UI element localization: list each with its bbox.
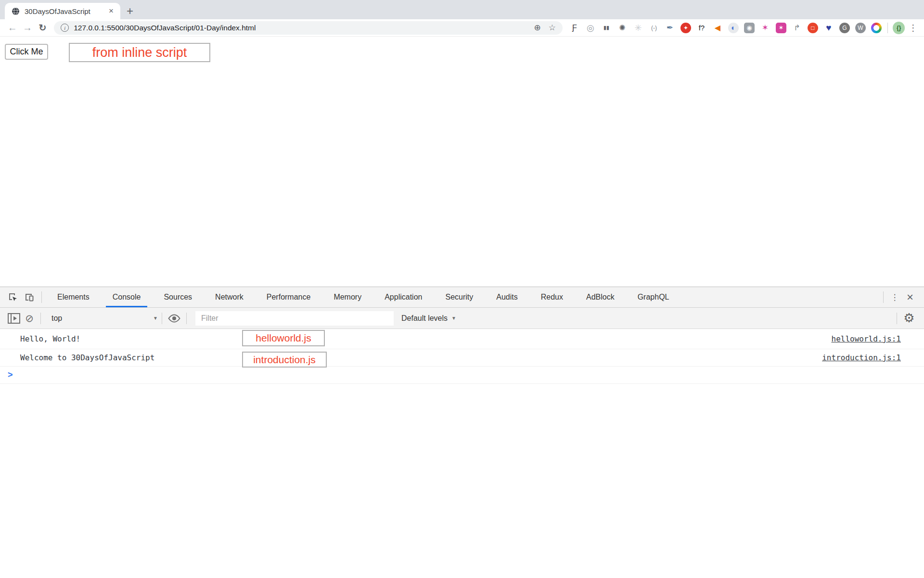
camera-icon[interactable]: ◉ xyxy=(744,23,755,33)
devtools-tabbar: ElementsConsoleSourcesNetworkPerformance… xyxy=(0,287,924,308)
inline-script-box: from inline script xyxy=(69,43,210,62)
console-message-row: Hello, World!helloworld.jshelloworld.js:… xyxy=(0,329,924,349)
eyedropper-icon[interactable]: ✒ xyxy=(665,23,675,33)
filter-input[interactable] xyxy=(195,311,394,326)
devtools-tab-graphql[interactable]: GraphQL xyxy=(626,287,681,307)
live-expression-eye-icon[interactable] xyxy=(166,310,182,327)
devtools-tab-application[interactable]: Application xyxy=(373,287,434,307)
fn-question-icon[interactable]: f? xyxy=(696,23,707,33)
heart-search-icon[interactable]: ♥ xyxy=(823,23,834,33)
address-bar[interactable]: i 127.0.0.1:5500/30DaysOfJavaScript/01-D… xyxy=(54,21,563,35)
devtools-tab-redux[interactable]: Redux xyxy=(529,287,575,307)
page-viewport: Click Me from inline script xyxy=(0,37,924,287)
devtools-tab-performance[interactable]: Performance xyxy=(255,287,322,307)
context-label: top xyxy=(51,314,62,323)
devtools-tab-network[interactable]: Network xyxy=(204,287,255,307)
annotation-box: helloworld.js xyxy=(242,330,325,346)
console-message-text: Welcome to 30DaysOfJavaScript xyxy=(20,353,154,362)
devtools-tab-console[interactable]: Console xyxy=(101,287,153,307)
site-info-icon[interactable]: i xyxy=(61,24,69,32)
devtools-tabs: ElementsConsoleSourcesNetworkPerformance… xyxy=(46,287,680,307)
console-sidebar-toggle-icon[interactable] xyxy=(6,310,22,327)
browser-tab[interactable]: 30DaysOfJavaScript × xyxy=(5,3,120,19)
inline-script-text: from inline script xyxy=(92,45,187,60)
console-toolbar-divider xyxy=(186,313,187,324)
new-tab-button[interactable]: + xyxy=(120,3,140,19)
extensions-bar: Ƒ◎▮▮✺✳(-)✒✦f?◀◐◉✶✶↱□♥GW xyxy=(569,23,882,33)
clear-console-icon[interactable]: ⊘ xyxy=(22,311,37,326)
source-link[interactable]: introduction.js:1 xyxy=(822,353,901,362)
annotation-box: introduction.js xyxy=(242,352,327,368)
megaphone-icon[interactable]: ◀ xyxy=(712,23,723,33)
chevron-down-icon: ▼ xyxy=(451,315,456,321)
brackets-icon[interactable]: (-) xyxy=(649,23,659,33)
devtools-more-icon[interactable]: ⋮ xyxy=(887,292,902,302)
chevron-down-icon: ▼ xyxy=(153,315,158,321)
swirl-icon[interactable]: ◐ xyxy=(728,23,739,33)
pause-bars-icon[interactable]: ▮▮ xyxy=(601,23,612,33)
stop-hand-icon[interactable]: ✦ xyxy=(680,23,691,33)
reload-icon[interactable]: ↻ xyxy=(35,21,50,35)
url-text[interactable]: 127.0.0.1:5500/30DaysOfJavaScript/01-Day… xyxy=(74,24,526,32)
console-message-row: Welcome to 30DaysOfJavaScriptintroductio… xyxy=(0,349,924,367)
devtools-tab-sources[interactable]: Sources xyxy=(152,287,204,307)
back-icon[interactable]: ← xyxy=(5,21,20,35)
click-me-button[interactable]: Click Me xyxy=(5,44,48,60)
console-toolbar-divider xyxy=(40,313,41,324)
devtools-tab-memory[interactable]: Memory xyxy=(322,287,373,307)
devtools-tab-security[interactable]: Security xyxy=(434,287,485,307)
tab-strip: 30DaysOfJavaScript × + xyxy=(0,0,924,19)
devtools-tab-adblock[interactable]: AdBlock xyxy=(575,287,626,307)
source-link[interactable]: helloworld.js:1 xyxy=(832,334,901,343)
atom-star-icon[interactable]: ✶ xyxy=(760,23,770,33)
fontanello-icon[interactable]: Ƒ xyxy=(569,23,580,33)
toolbar-divider xyxy=(887,23,888,33)
console-toolbar: ⊘ top ▼ Default levels ▼ ⚙ xyxy=(0,308,924,329)
corner-arrows-icon[interactable]: ↱ xyxy=(792,23,802,33)
tab-close-icon[interactable]: × xyxy=(107,6,116,16)
execution-context-selector[interactable]: top ▼ xyxy=(45,314,158,323)
devtools-tab-audits[interactable]: Audits xyxy=(485,287,529,307)
w-circle-icon[interactable]: W xyxy=(855,23,866,33)
tabbar-divider-right xyxy=(883,291,884,303)
tab-title: 30DaysOfJavaScript xyxy=(25,7,102,15)
devtools-tab-elements[interactable]: Elements xyxy=(46,287,101,307)
forward-icon[interactable]: → xyxy=(20,21,35,35)
console-prompt[interactable]: > xyxy=(0,367,924,384)
favicon-globe-icon xyxy=(12,7,20,15)
devtools-panel: ElementsConsoleSourcesNetworkPerformance… xyxy=(0,287,924,578)
tabbar-divider xyxy=(41,291,42,303)
bug-icon[interactable]: ✺ xyxy=(617,23,628,33)
log-levels-dropdown[interactable]: Default levels ▼ xyxy=(401,314,456,323)
flower-icon[interactable]: ✳ xyxy=(633,23,643,33)
log-levels-label: Default levels xyxy=(401,314,448,323)
red-o-icon[interactable]: □ xyxy=(808,23,818,33)
browser-menu-icon[interactable]: ⋮ xyxy=(907,23,919,33)
g-clock-icon[interactable]: G xyxy=(839,23,850,33)
zoom-icon[interactable]: ⊕ xyxy=(534,23,540,33)
color-ring-icon[interactable] xyxy=(871,23,882,33)
browser-toolbar: ← → ↻ i 127.0.0.1:5500/30DaysOfJavaScrip… xyxy=(0,19,924,37)
ring-icon[interactable]: ◎ xyxy=(585,23,596,33)
console-settings-gear-icon[interactable]: ⚙ xyxy=(901,311,917,326)
bookmark-star-icon[interactable]: ☆ xyxy=(549,23,556,33)
device-toolbar-icon[interactable] xyxy=(21,289,38,305)
console-messages: Hello, World!helloworld.jshelloworld.js:… xyxy=(0,329,924,367)
console-toolbar-divider xyxy=(897,313,897,324)
profile-avatar[interactable]: {} xyxy=(893,22,905,34)
atom-square-icon[interactable]: ✶ xyxy=(776,23,786,33)
console-message-text: Hello, World! xyxy=(20,334,80,343)
devtools-close-icon[interactable]: × xyxy=(902,290,918,304)
prompt-chevron-icon: > xyxy=(8,370,13,380)
inspect-element-icon[interactable] xyxy=(5,289,21,305)
console-toolbar-divider xyxy=(162,313,162,324)
